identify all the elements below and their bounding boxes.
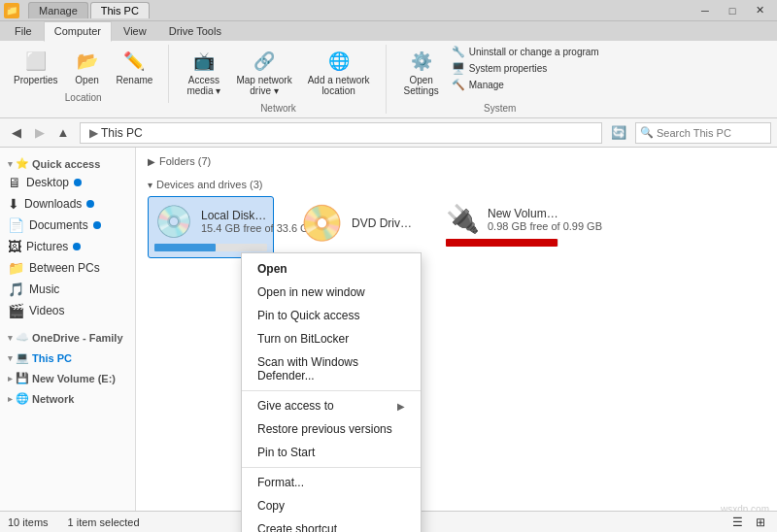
refresh-button[interactable]: 🔄 bbox=[608, 122, 629, 144]
sidebar-item-videos[interactable]: 🎬 Videos bbox=[0, 300, 135, 321]
ctx-copy[interactable]: Copy bbox=[242, 494, 421, 517]
manage-icon: 🔨 bbox=[452, 79, 465, 91]
address-bar: ◀ ▶ ▲ ▶ This PC 🔄 🔍 bbox=[0, 118, 777, 148]
access-media-icon: 📺 bbox=[190, 48, 218, 75]
network-icon: 🌐 bbox=[16, 392, 29, 405]
sidebar-item-documents[interactable]: 📄 Documents bbox=[0, 215, 135, 236]
sidebar-item-pictures[interactable]: 🖼 Pictures bbox=[0, 236, 135, 257]
view-details-button[interactable]: ☰ bbox=[728, 514, 746, 531]
sidebar-item-betweenpcs[interactable]: 📁 Between PCs bbox=[0, 257, 135, 279]
ribbon-group-location-label: Location bbox=[65, 92, 102, 103]
sidebar-section-newvolume[interactable]: ▸ 💾 New Volume (E:) bbox=[0, 366, 135, 386]
device-c-size: 15.4 GB free of 33.6 GB bbox=[201, 222, 267, 234]
ctx-sep-2 bbox=[242, 467, 421, 468]
address-path[interactable]: ▶ This PC bbox=[80, 122, 602, 144]
ribbon-tab-drivetools[interactable]: Drive Tools bbox=[158, 21, 232, 41]
sidebar-section-quickaccess[interactable]: ▾ ⭐ Quick access bbox=[0, 151, 135, 172]
device-item-c[interactable]: 💿 Local Disk (C:) 15.4 GB free of 33.6 G… bbox=[148, 196, 274, 258]
devices-arrow: ▾ bbox=[148, 180, 152, 190]
ribbon-btn-open[interactable]: 📂 Open bbox=[68, 45, 107, 88]
folders-arrow: ▶ bbox=[148, 156, 155, 167]
settings-icon: ⚙️ bbox=[408, 48, 435, 75]
sidebar-item-desktop[interactable]: 🖥 Desktop bbox=[0, 172, 135, 193]
ribbon-tab-file[interactable]: File bbox=[4, 21, 43, 41]
folders-header-text: Folders (7) bbox=[159, 155, 211, 167]
ribbon-btn-properties[interactable]: ⬜ Properties bbox=[8, 45, 64, 88]
uninstall-icon: 🔧 bbox=[452, 46, 465, 58]
device-c-bar-container bbox=[154, 244, 267, 251]
devices-header[interactable]: ▾ Devices and drives (3) bbox=[148, 179, 765, 190]
device-d-info: DVD Drive (D:) bbox=[352, 216, 413, 230]
sidebar-item-downloads[interactable]: ⬇ Downloads bbox=[0, 193, 135, 215]
maximize-button[interactable]: □ bbox=[719, 2, 746, 19]
quickaccess-arrow: ▾ bbox=[8, 159, 13, 169]
view-icons-button[interactable]: ⊞ bbox=[752, 514, 769, 531]
folders-header[interactable]: ▶ Folders (7) bbox=[148, 155, 765, 167]
ctx-open-new-window[interactable]: Open in new window bbox=[242, 281, 421, 304]
device-d-icon: 📀 bbox=[300, 203, 344, 244]
ribbon-btn-manage[interactable]: 🔨 Manage bbox=[449, 78, 602, 92]
ribbon: File Computer View Drive Tools ⬜ Propert… bbox=[0, 21, 777, 118]
sidebar-section-onedrive[interactable]: ▾ ☁️ OneDrive - Family bbox=[0, 325, 135, 346]
tab-manage[interactable]: Manage bbox=[28, 2, 88, 18]
title-bar: 📁 Manage This PC ─ □ ✕ bbox=[0, 0, 777, 21]
address-arrow: ▶ bbox=[89, 126, 98, 140]
tab-thispc[interactable]: This PC bbox=[90, 2, 150, 18]
ribbon-btn-add-location[interactable]: 🌐 Add a network location bbox=[302, 45, 376, 99]
search-box[interactable]: 🔍 bbox=[635, 122, 771, 144]
ctx-give-access[interactable]: Give access to ▶ bbox=[242, 394, 421, 417]
ribbon-btn-map-drive[interactable]: 🔗 Map network drive ▾ bbox=[230, 45, 297, 99]
ctx-access-arrow: ▶ bbox=[397, 401, 405, 412]
thispc-label: This PC bbox=[32, 352, 72, 364]
device-c-name: Local Disk (C:) bbox=[201, 209, 267, 222]
minimize-button[interactable]: ─ bbox=[692, 2, 719, 19]
title-bar-left: 📁 Manage This PC bbox=[4, 2, 150, 18]
ctx-create-shortcut[interactable]: Create shortcut bbox=[242, 517, 421, 532]
device-c-bar bbox=[154, 244, 216, 251]
onedrive-icon: ☁️ bbox=[16, 331, 29, 344]
map-drive-icon: 🔗 bbox=[251, 48, 278, 75]
ribbon-tab-computer[interactable]: Computer bbox=[44, 21, 112, 42]
sidebar-section-network[interactable]: ▸ 🌐 Network bbox=[0, 386, 135, 407]
search-input[interactable] bbox=[657, 127, 777, 139]
search-icon: 🔍 bbox=[640, 126, 654, 139]
device-item-d[interactable]: 📀 DVD Drive (D:) bbox=[293, 196, 420, 258]
ribbon-btn-uninstall[interactable]: 🔧 Uninstall or change a program bbox=[449, 45, 602, 59]
ribbon-btn-open-settings[interactable]: ⚙️ Open Settings bbox=[398, 45, 445, 99]
device-d-name: DVD Drive (D:) bbox=[352, 216, 413, 230]
sidebar-section-thispc[interactable]: ▾ 💻 This PC bbox=[0, 346, 135, 366]
downloads-icon: ⬇ bbox=[8, 196, 19, 212]
ctx-bitlocker[interactable]: Turn on BitLocker bbox=[242, 327, 421, 350]
ribbon-tab-view[interactable]: View bbox=[113, 21, 157, 41]
ctx-restore-versions[interactable]: Restore previous versions bbox=[242, 417, 421, 441]
context-menu: Open Open in new window Pin to Quick acc… bbox=[241, 252, 422, 532]
device-item-e[interactable]: 🔌 New Volume (E:) 0.98 GB free of 0.99 G… bbox=[439, 196, 565, 258]
forward-button[interactable]: ▶ bbox=[29, 122, 51, 144]
ctx-pin-quickaccess[interactable]: Pin to Quick access bbox=[242, 304, 421, 327]
sidebar-item-music[interactable]: 🎵 Music bbox=[0, 279, 135, 300]
ribbon-btn-sys-properties[interactable]: 🖥️ System properties bbox=[449, 61, 602, 76]
thispc-icon: 💻 bbox=[16, 351, 29, 364]
device-c-icon: 💿 bbox=[154, 203, 193, 240]
selection-count: 1 item selected bbox=[68, 516, 140, 528]
quickaccess-label: Quick access bbox=[32, 158, 100, 170]
add-location-icon: 🌐 bbox=[325, 48, 353, 75]
app-icon: 📁 bbox=[4, 3, 19, 18]
network-label: Network bbox=[32, 393, 74, 405]
ribbon-btn-rename[interactable]: ✏️ Rename bbox=[111, 45, 159, 88]
thispc-arrow: ▾ bbox=[8, 353, 13, 363]
ctx-pin-start[interactable]: Pin to Start bbox=[242, 441, 421, 464]
up-button[interactable]: ▲ bbox=[52, 122, 74, 144]
back-button[interactable]: ◀ bbox=[6, 122, 27, 144]
rename-icon: ✏️ bbox=[120, 48, 148, 75]
ribbon-group-location-items: ⬜ Properties 📂 Open ✏️ Rename bbox=[8, 45, 158, 88]
ctx-format[interactable]: Format... bbox=[242, 471, 421, 494]
quickaccess-icon: ⭐ bbox=[16, 157, 29, 170]
network-arrow: ▸ bbox=[8, 394, 13, 404]
device-d-inner: 📀 DVD Drive (D:) bbox=[300, 203, 413, 244]
ribbon-btn-access-media[interactable]: 📺 Access media ▾ bbox=[181, 45, 226, 99]
close-button[interactable]: ✕ bbox=[746, 2, 773, 19]
ctx-scan-defender[interactable]: Scan with Windows Defender... bbox=[242, 350, 421, 387]
device-e-icon: 🔌 bbox=[446, 203, 480, 235]
ctx-open[interactable]: Open bbox=[242, 257, 421, 281]
